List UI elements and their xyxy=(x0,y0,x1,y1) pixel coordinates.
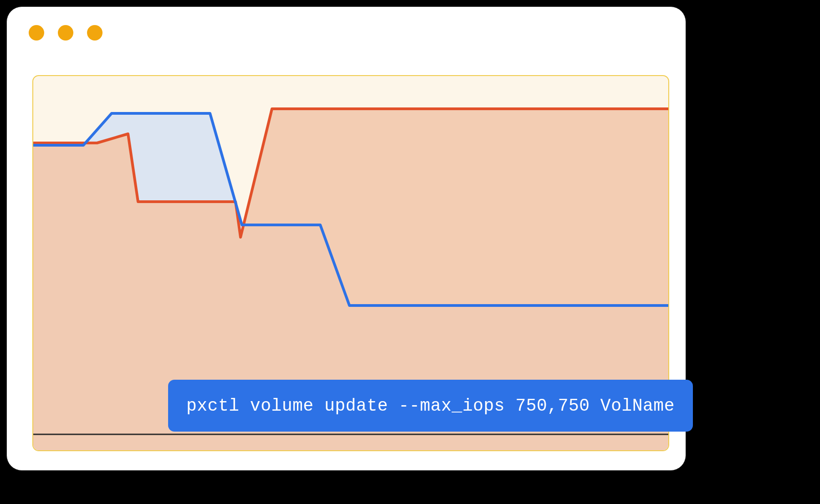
command-chip: pxctl volume update --max_iops 750,750 V… xyxy=(168,380,693,432)
close-icon[interactable] xyxy=(29,25,44,41)
minimize-icon[interactable] xyxy=(58,25,73,41)
window-traffic-lights xyxy=(29,25,102,41)
zoom-icon[interactable] xyxy=(87,25,102,41)
command-text: pxctl volume update --max_iops 750,750 V… xyxy=(186,396,675,416)
